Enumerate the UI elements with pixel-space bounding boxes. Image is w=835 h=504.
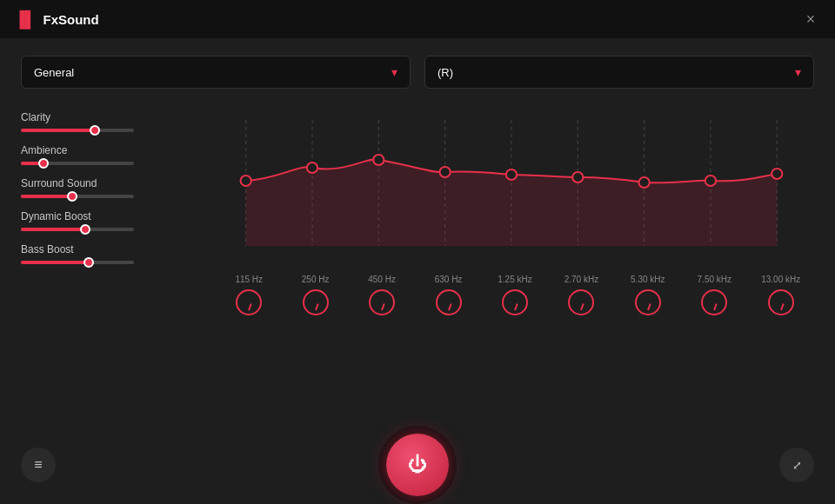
slider-surround-fill	[21, 195, 72, 198]
svg-point-16	[705, 176, 716, 186]
slider-clarity-thumb[interactable]	[90, 125, 100, 136]
main-content: General ▾ (R) ▾ ClarityAmbienceSurround …	[0, 38, 835, 426]
svg-point-14	[572, 172, 583, 182]
power-button-outer: ⏻	[378, 426, 457, 504]
bottom-bar: ≡ ⏻ ⤢	[0, 426, 835, 504]
eq-band-5-label: 2.70 kHz	[564, 275, 598, 284]
slider-bass: Bass Boost	[21, 243, 212, 264]
eq-bands-row: 115 Hz250 Hz450 Hz630 Hz1.25 kHz2.70 kHz…	[212, 275, 814, 315]
eq-band-4-knob[interactable]	[502, 289, 528, 315]
eq-band-7: 7.50 kHz	[681, 275, 747, 315]
slider-ambience-thumb[interactable]	[38, 158, 49, 169]
preset-dropdown[interactable]: General ▾	[21, 56, 411, 89]
svg-point-15	[639, 177, 650, 188]
device-arrow: ▾	[795, 65, 801, 79]
eq-band-6-label: 5.30 kHz	[631, 275, 665, 284]
slider-surround: Surround Sound	[21, 177, 212, 198]
svg-point-13	[506, 169, 517, 180]
slider-ambience: Ambience	[21, 144, 212, 165]
eq-band-2: 450 Hz	[349, 275, 415, 315]
eq-band-1-label: 250 Hz	[302, 275, 330, 284]
slider-bass-thumb[interactable]	[84, 257, 94, 268]
app-logo: ▐▌ FxSound	[14, 10, 99, 29]
eq-band-1: 250 Hz	[282, 275, 348, 315]
slider-ambience-track[interactable]	[21, 162, 134, 165]
slider-bass-label: Bass Boost	[21, 243, 212, 255]
slider-clarity-fill	[21, 129, 95, 132]
eq-band-6: 5.30 kHz	[615, 275, 681, 315]
eq-band-8-label: 13.00 kHz	[761, 275, 800, 284]
slider-bass-track[interactable]	[21, 261, 134, 264]
slider-clarity: Clarity	[21, 111, 212, 132]
menu-button[interactable]: ≡	[21, 448, 56, 482]
eq-band-8: 13.00 kHz	[748, 275, 814, 315]
slider-dynamic-label: Dynamic Boost	[21, 210, 212, 222]
slider-bass-fill	[21, 261, 89, 264]
titlebar: ▐▌ FxSound ×	[0, 0, 835, 38]
power-icon: ⏻	[408, 454, 427, 476]
eq-band-3: 630 Hz	[415, 275, 481, 315]
slider-clarity-label: Clarity	[21, 111, 212, 123]
eq-curve	[212, 111, 814, 268]
slider-dynamic-thumb[interactable]	[80, 224, 90, 235]
power-button[interactable]: ⏻	[386, 434, 449, 496]
slider-surround-track[interactable]	[21, 195, 134, 198]
eq-band-3-knob[interactable]	[436, 289, 462, 315]
preset-label: General	[34, 66, 74, 79]
eq-panel: 115 Hz250 Hz450 Hz630 Hz1.25 kHz2.70 kHz…	[212, 103, 814, 426]
eq-band-2-knob[interactable]	[369, 289, 395, 315]
svg-point-11	[373, 155, 384, 165]
eq-band-5-knob[interactable]	[568, 289, 594, 315]
close-button[interactable]: ×	[800, 9, 821, 30]
slider-ambience-label: Ambience	[21, 144, 212, 156]
eq-band-5: 2.70 kHz	[548, 275, 614, 315]
logo-icon: ▐▌	[14, 10, 37, 29]
svg-point-9	[241, 176, 251, 186]
eq-band-6-knob[interactable]	[635, 289, 661, 315]
eq-band-4: 1.25 kHz	[482, 275, 548, 315]
eq-band-0-label: 115 Hz	[235, 275, 263, 284]
preset-arrow: ▾	[391, 65, 397, 79]
dropdowns-row: General ▾ (R) ▾	[21, 56, 814, 89]
eq-band-8-knob[interactable]	[768, 289, 794, 315]
slider-surround-thumb[interactable]	[67, 191, 77, 202]
app-name: FxSound	[43, 12, 99, 27]
slider-dynamic: Dynamic Boost	[21, 210, 212, 231]
svg-point-17	[772, 169, 782, 179]
slider-dynamic-track[interactable]	[21, 228, 134, 231]
eq-band-2-label: 450 Hz	[368, 275, 396, 284]
eq-band-4-label: 1.25 kHz	[498, 275, 531, 284]
device-label: (R)	[438, 66, 453, 79]
eq-band-0: 115 Hz	[216, 275, 282, 315]
eq-band-7-knob[interactable]	[701, 289, 727, 315]
slider-clarity-track[interactable]	[21, 129, 134, 132]
controls-row: ClarityAmbienceSurround SoundDynamic Boo…	[21, 103, 814, 426]
sliders-panel: ClarityAmbienceSurround SoundDynamic Boo…	[21, 103, 212, 426]
slider-surround-label: Surround Sound	[21, 177, 212, 189]
expand-button[interactable]: ⤢	[779, 448, 814, 482]
slider-dynamic-fill	[21, 228, 85, 231]
eq-band-1-knob[interactable]	[303, 289, 329, 315]
svg-point-10	[307, 162, 317, 173]
eq-band-3-label: 630 Hz	[435, 275, 463, 284]
eq-band-0-knob[interactable]	[236, 289, 262, 315]
device-dropdown[interactable]: (R) ▾	[424, 56, 814, 89]
eq-band-7-label: 7.50 kHz	[698, 275, 731, 284]
svg-point-12	[440, 167, 451, 177]
